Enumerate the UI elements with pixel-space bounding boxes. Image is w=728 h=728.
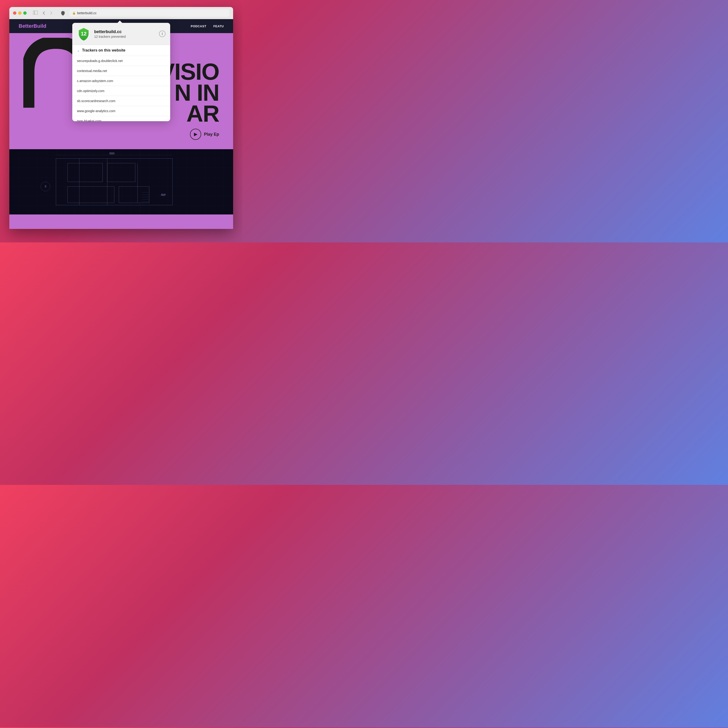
site-nav: PODCAST FEATU (191, 24, 224, 28)
play-label: Play Ep (204, 132, 219, 137)
logo-text: BetterBu (18, 23, 40, 29)
privacy-shield-button[interactable] (59, 9, 67, 17)
forward-button[interactable] (48, 10, 55, 16)
sidebar-toggle-button[interactable] (33, 11, 38, 15)
address-bar[interactable]: 🔒 betterbuild.cc (69, 9, 229, 17)
nav-features[interactable]: FEATU (213, 24, 224, 28)
traffic-lights (13, 11, 27, 15)
back-button[interactable] (41, 10, 47, 16)
play-button-area[interactable]: ▶ Play Ep (159, 128, 219, 140)
shield-number: 12 (81, 31, 87, 37)
title-bar: 🔒 betterbuild.cc (9, 7, 233, 19)
browser-window: 🔒 betterbuild.cc BetterBuild PODCAST FEA… (9, 7, 233, 229)
popup-header-text: betterbuild.cc 12 trackers prevented (94, 29, 155, 38)
nav-podcast[interactable]: PODCAST (191, 24, 206, 28)
privacy-popup: 12 betterbuild.cc 12 trackers prevented … (72, 20, 170, 121)
popup-header: 12 betterbuild.cc 12 trackers prevented … (72, 23, 170, 45)
svg-text:3000: 3000 (109, 152, 115, 155)
blueprint-section: 3000 4M² 3 (9, 149, 233, 214)
popup-arrow (118, 20, 122, 23)
play-circle-icon: ▶ (190, 128, 201, 140)
info-button[interactable]: i (159, 31, 165, 37)
nav-buttons (41, 10, 55, 16)
tracker-list[interactable]: securepubads.g.doubleclick.netcontextual… (72, 56, 170, 121)
lock-icon: 🔒 (72, 11, 76, 15)
tracker-item: c.amazon-adsystem.com (72, 76, 170, 86)
tracker-item: cdn.optimizely.com (72, 86, 170, 96)
popup-trackers-prevented: 12 trackers prevented (94, 35, 155, 38)
logo-accent: ild (40, 23, 46, 29)
tracker-item: sb.scorecardresearch.com (72, 96, 170, 106)
trackers-title: Trackers on this website (82, 48, 125, 52)
tracker-item: contextual.media.net (72, 66, 170, 76)
svg-text:4M²: 4M² (161, 193, 166, 197)
fullscreen-button[interactable] (23, 11, 27, 15)
chevron-down-icon: ⌄ (77, 49, 80, 52)
popup-domain: betterbuild.cc (94, 29, 155, 34)
trackers-section: ⌄ Trackers on this website securepubads.… (72, 45, 170, 121)
tracker-item: tags.bluekai.com (72, 116, 170, 121)
minimize-button[interactable] (18, 11, 21, 15)
close-button[interactable] (13, 11, 16, 15)
tracker-item: securepubads.g.doubleclick.net (72, 56, 170, 66)
svg-text:3: 3 (45, 185, 46, 188)
shield-badge: 12 (77, 27, 90, 41)
tracker-item: www.google-analytics.com (72, 106, 170, 116)
popup-panel: 12 betterbuild.cc 12 trackers prevented … (72, 23, 170, 121)
url-text: betterbuild.cc (77, 11, 96, 15)
site-logo: BetterBuild (18, 23, 46, 29)
svg-rect-0 (33, 11, 38, 14)
info-icon: i (162, 32, 163, 36)
trackers-header[interactable]: ⌄ Trackers on this website (72, 45, 170, 56)
